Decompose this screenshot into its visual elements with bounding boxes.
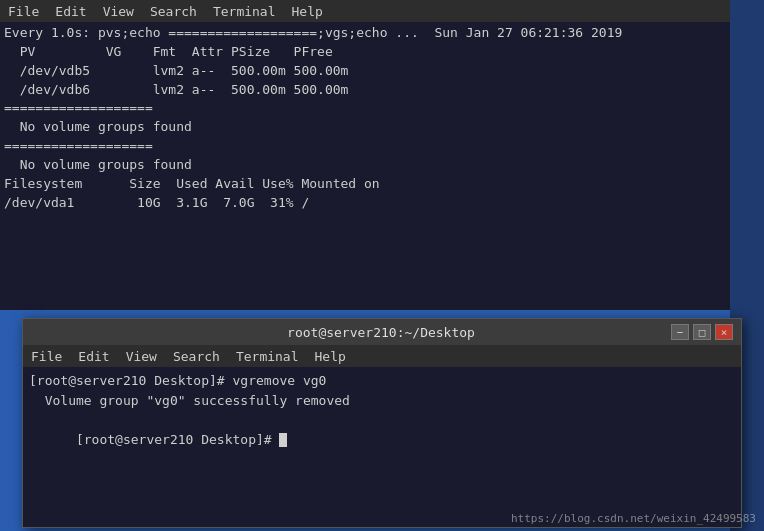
bg-menu-search[interactable]: Search	[150, 4, 197, 19]
bg-menu-edit[interactable]: Edit	[55, 4, 86, 19]
fg-line-1: Volume group "vg0" successfully removed	[29, 391, 735, 411]
fg-menu-search[interactable]: Search	[173, 349, 220, 364]
bg-menubar[interactable]: File Edit View Search Terminal Help	[0, 0, 730, 22]
bg-menu-terminal[interactable]: Terminal	[213, 4, 276, 19]
minimize-button[interactable]: −	[671, 324, 689, 340]
bg-line-8: Filesystem Size Used Avail Use% Mounted …	[4, 175, 726, 194]
bg-line-6: ===================	[4, 137, 726, 156]
bg-header-line: Every 1.0s: pvs;echo ===================…	[4, 24, 726, 43]
background-terminal: File Edit View Search Terminal Help Ever…	[0, 0, 730, 310]
close-button[interactable]: ×	[715, 324, 733, 340]
fg-menubar[interactable]: File Edit View Search Terminal Help	[23, 345, 741, 367]
bg-line-7: No volume groups found	[4, 156, 726, 175]
fg-line-2: [root@server210 Desktop]#	[29, 410, 735, 469]
window-buttons[interactable]: − □ ×	[671, 324, 733, 340]
fg-menu-help[interactable]: Help	[315, 349, 346, 364]
bg-line-9: /dev/vda1 10G 3.1G 7.0G 31% /	[4, 194, 726, 213]
bg-menu-help[interactable]: Help	[292, 4, 323, 19]
text-cursor	[279, 433, 287, 447]
bg-menu-view[interactable]: View	[103, 4, 134, 19]
bg-menu-file[interactable]: File	[8, 4, 39, 19]
fg-menu-terminal[interactable]: Terminal	[236, 349, 299, 364]
fg-line-0: [root@server210 Desktop]# vgremove vg0	[29, 371, 735, 391]
fg-prompt: [root@server210 Desktop]#	[76, 432, 280, 447]
fg-title: root@server210:~/Desktop	[91, 325, 671, 340]
bg-line-3: /dev/vdb6 lvm2 a-- 500.00m 500.00m	[4, 81, 726, 100]
bg-terminal-content: Every 1.0s: pvs;echo ===================…	[0, 22, 730, 310]
maximize-button[interactable]: □	[693, 324, 711, 340]
foreground-terminal: root@server210:~/Desktop − □ × File Edit…	[22, 318, 742, 528]
bg-line-4: ===================	[4, 99, 726, 118]
fg-menu-edit[interactable]: Edit	[78, 349, 109, 364]
fg-menu-view[interactable]: View	[126, 349, 157, 364]
fg-menu-file[interactable]: File	[31, 349, 62, 364]
bg-line-2: /dev/vdb5 lvm2 a-- 500.00m 500.00m	[4, 62, 726, 81]
fg-titlebar: root@server210:~/Desktop − □ ×	[23, 319, 741, 345]
bg-line-5: No volume groups found	[4, 118, 726, 137]
watermark: https://blog.csdn.net/weixin_42499583	[511, 512, 756, 525]
fg-terminal-content: [root@server210 Desktop]# vgremove vg0 V…	[23, 367, 741, 527]
bg-line-1: PV VG Fmt Attr PSize PFree	[4, 43, 726, 62]
